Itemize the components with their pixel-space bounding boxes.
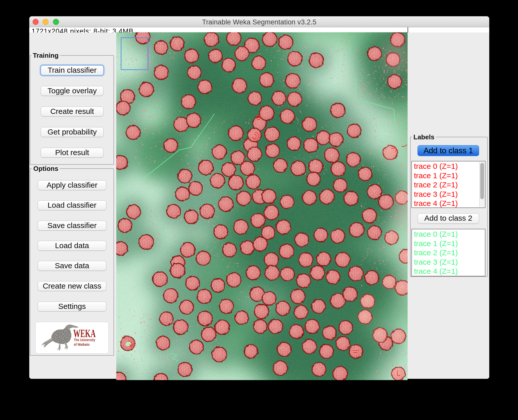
svg-text:The University: The University	[74, 338, 95, 342]
svg-text:of Waikato: of Waikato	[74, 342, 90, 347]
